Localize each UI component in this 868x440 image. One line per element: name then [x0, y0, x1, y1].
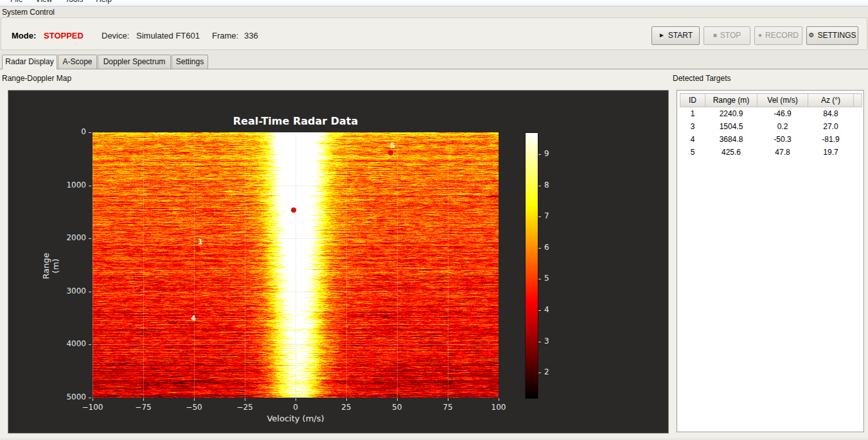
- target-marker-4: [189, 323, 194, 328]
- y-tick-mark: [89, 398, 91, 398]
- column-header-vel-m-s[interactable]: Vel (m/s): [757, 94, 808, 107]
- table-row[interactable]: 5425.647.819.7: [680, 146, 862, 159]
- range-doppler-plot-panel: Real-Time Radar Data Velocity (m/s) Rang…: [8, 90, 669, 434]
- table-cell: [854, 120, 862, 133]
- settings-button-label: SETTINGS: [817, 31, 856, 40]
- x-tick-mark: [93, 398, 93, 401]
- x-tick-label: 0: [279, 403, 312, 412]
- target-marker-label-1: 1: [194, 238, 207, 246]
- table-row[interactable]: 43684.8-50.3-81.9: [680, 133, 862, 146]
- x-tick-label: 50: [381, 403, 413, 412]
- menu-item-view[interactable]: View: [29, 0, 58, 6]
- table-row[interactable]: 12240.9-46.984.8: [680, 107, 862, 120]
- target-marker-label-4: 4: [187, 314, 200, 322]
- colorbar-tick-label: 5: [544, 274, 549, 283]
- x-tick-label: −25: [229, 403, 261, 412]
- stop-button-label: STOP: [720, 31, 741, 40]
- range-doppler-heatmap: [93, 132, 499, 398]
- frame-value: 336: [244, 31, 258, 40]
- device-label: Device:: [102, 31, 129, 40]
- menu-bar: FileViewToolsHelp: [0, 0, 868, 6]
- gear-icon: ⚙: [809, 31, 815, 39]
- system-control-group-title: System Control: [2, 8, 55, 17]
- colorbar-tick-mark: [538, 279, 541, 279]
- table-cell: [854, 133, 862, 146]
- colorbar-tick-label: 8: [544, 180, 549, 189]
- play-icon: ►: [659, 31, 665, 39]
- settings-button[interactable]: ⚙SETTINGS: [806, 26, 858, 45]
- x-tick-label: 25: [330, 403, 362, 412]
- x-tick-label: −50: [178, 403, 210, 412]
- range-doppler-map-label: Range-Doppler Map: [2, 74, 71, 83]
- table-cell: 19.7: [808, 146, 854, 159]
- table-cell: 1: [680, 107, 705, 120]
- stop-button[interactable]: ■STOP: [704, 26, 750, 45]
- table-cell: 4: [680, 133, 705, 146]
- table-cell: 1504.5: [705, 120, 757, 133]
- colorbar-tick-label: 2: [544, 367, 549, 376]
- y-tick-label: 2000: [50, 233, 86, 242]
- table-cell: 425.6: [705, 146, 757, 159]
- colorbar-tick-label: 3: [544, 337, 549, 346]
- y-tick-mark: [89, 292, 91, 292]
- table-cell: 84.8: [808, 107, 854, 120]
- colorbar: [525, 132, 538, 399]
- x-tick-mark: [143, 398, 144, 401]
- colorbar-tick-mark: [538, 216, 541, 217]
- target-marker-label-5: 5: [386, 141, 399, 150]
- detected-targets-panel: IDRange (m)Vel (m/s)Az (°) 12240.9-46.98…: [677, 90, 864, 432]
- y-tick-mark: [89, 132, 91, 133]
- table-cell: -50.3: [757, 133, 808, 146]
- column-header-range-m[interactable]: Range (m): [705, 94, 757, 107]
- table-cell: -81.9: [808, 133, 854, 146]
- device-value: Simulated FT601: [136, 31, 200, 40]
- x-tick-mark: [245, 398, 245, 401]
- mode-label: Mode:: [12, 31, 36, 40]
- colorbar-tick-label: 7: [544, 211, 549, 220]
- x-tick-label: 100: [483, 403, 515, 412]
- column-header-az[interactable]: Az (°): [808, 94, 854, 107]
- x-tick-label: −100: [76, 403, 109, 412]
- colorbar-tick-label: 9: [544, 149, 549, 158]
- plot-title: Real-Time Radar Data: [93, 115, 499, 127]
- tab-radar-display[interactable]: Radar Display: [2, 55, 57, 69]
- tab-doppler-spectrum[interactable]: Doppler Spectrum: [98, 55, 171, 69]
- target-marker-5: [388, 150, 393, 155]
- column-header-id[interactable]: ID: [680, 94, 705, 107]
- stop-icon: ■: [713, 31, 717, 39]
- menu-item-help[interactable]: Help: [89, 0, 118, 6]
- table-cell: 27.0: [808, 120, 854, 133]
- y-tick-label: 5000: [50, 392, 86, 401]
- tab-a-scope[interactable]: A-Scope: [58, 55, 97, 69]
- frame-label: Frame:: [212, 31, 238, 40]
- tab-settings[interactable]: Settings: [172, 55, 208, 69]
- x-tick-mark: [346, 398, 347, 401]
- column-header-stub[interactable]: [854, 94, 862, 107]
- x-tick-label: −75: [127, 403, 159, 412]
- table-cell: [854, 107, 862, 120]
- colorbar-tick-mark: [538, 342, 541, 342]
- table-cell: [854, 146, 862, 159]
- x-tick-mark: [499, 398, 499, 401]
- start-button[interactable]: ►START: [651, 26, 700, 45]
- colorbar-tick-mark: [538, 373, 541, 373]
- menu-item-tools[interactable]: Tools: [58, 0, 89, 6]
- record-button[interactable]: ●RECORD: [754, 26, 802, 45]
- detected-targets-table: IDRange (m)Vel (m/s)Az (°) 12240.9-46.98…: [680, 93, 862, 159]
- colorbar-tick-label: 6: [544, 243, 549, 252]
- x-tick-mark: [448, 398, 448, 401]
- y-tick-label: 4000: [50, 339, 86, 348]
- y-tick-label: 3000: [50, 286, 86, 295]
- table-cell: 3: [680, 120, 705, 133]
- table-cell: 47.8: [757, 146, 808, 159]
- mode-value: STOPPED: [44, 31, 84, 40]
- target-marker-3: [291, 207, 296, 213]
- menu-item-file[interactable]: File: [4, 0, 29, 6]
- table-cell: 5: [680, 146, 705, 159]
- y-tick-mark: [89, 344, 91, 345]
- table-row[interactable]: 31504.50.227.0: [680, 120, 862, 133]
- y-tick-mark: [89, 238, 91, 239]
- colorbar-tick-mark: [538, 310, 541, 311]
- y-tick-mark: [89, 186, 91, 186]
- x-axis-label: Velocity (m/s): [93, 414, 499, 423]
